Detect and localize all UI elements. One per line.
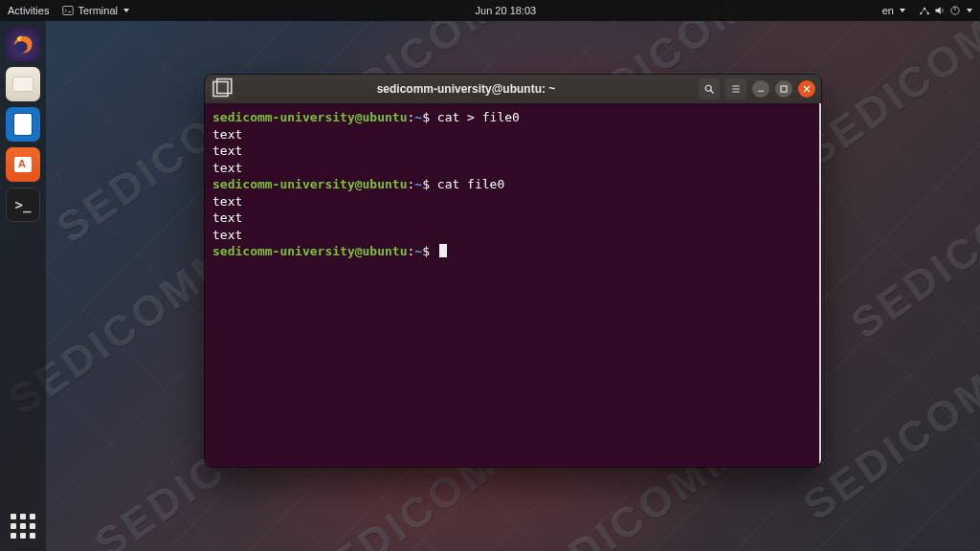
chevron-down-icon: [900, 9, 905, 12]
new-tab-icon: [211, 77, 234, 100]
cursor: [439, 244, 447, 257]
terminal-line: sedicomm-university@ubuntu:~$ cat > file…: [212, 109, 813, 126]
system-status-area[interactable]: [919, 5, 972, 16]
terminal-window: sedicomm-university@ubuntu: ~ sedicomm-u…: [205, 75, 821, 467]
activities-button[interactable]: Activities: [8, 5, 49, 16]
terminal-line: sedicomm-university@ubuntu:~$ cat file0: [212, 176, 813, 193]
close-icon: [801, 83, 813, 95]
close-button[interactable]: [798, 80, 815, 98]
shopping-bag-icon: [14, 157, 32, 172]
svg-point-9: [705, 85, 711, 91]
minimize-icon: [755, 83, 767, 95]
terminal-icon: [62, 5, 74, 16]
terminal-line: sedicomm-university@ubuntu:~$: [212, 243, 813, 260]
files-icon: [12, 77, 33, 92]
terminal-line: text: [212, 227, 813, 244]
power-icon: [949, 5, 961, 16]
menu-button[interactable]: [725, 78, 746, 99]
dock-item-files[interactable]: [6, 67, 40, 101]
app-menu-label: Terminal: [78, 5, 118, 16]
dock: >_: [0, 21, 46, 551]
volume-icon: [934, 5, 946, 16]
new-tab-button[interactable]: [211, 78, 234, 99]
terminal-line: text: [212, 193, 813, 210]
network-icon: [919, 5, 930, 16]
app-menu[interactable]: Terminal: [62, 5, 129, 16]
chevron-down-icon: [967, 9, 972, 12]
titlebar[interactable]: sedicomm-university@ubuntu: ~: [205, 75, 821, 103]
hamburger-icon: [730, 83, 742, 95]
chevron-down-icon: [123, 9, 129, 12]
panel-clock[interactable]: Jun 20 18:03: [476, 5, 537, 16]
document-icon: [14, 114, 32, 135]
svg-rect-15: [781, 86, 787, 92]
minimize-button[interactable]: [752, 80, 769, 98]
show-applications-button[interactable]: [6, 509, 40, 543]
terminal-line: text: [212, 126, 813, 143]
maximize-icon: [778, 83, 790, 95]
dock-item-terminal[interactable]: >_: [6, 187, 40, 222]
input-source[interactable]: en: [882, 5, 905, 16]
terminal-line: text: [212, 160, 813, 177]
dock-item-writer[interactable]: [6, 107, 40, 142]
scrollbar[interactable]: [819, 103, 821, 467]
terminal-line: text: [212, 143, 813, 160]
search-button[interactable]: [699, 78, 720, 99]
svg-rect-0: [63, 7, 74, 15]
dock-item-software[interactable]: [6, 147, 40, 182]
firefox-icon: [10, 31, 36, 57]
top-panel: Activities Terminal Jun 20 18:03 en: [0, 0, 980, 21]
input-source-label: en: [882, 5, 894, 16]
svg-line-10: [711, 91, 714, 94]
terminal-line: text: [212, 209, 813, 227]
maximize-button[interactable]: [775, 80, 792, 98]
dock-item-firefox[interactable]: [6, 27, 40, 61]
search-icon: [703, 83, 715, 95]
terminal-viewport[interactable]: sedicomm-university@ubuntu:~$ cat > file…: [205, 103, 821, 467]
window-title: sedicomm-university@ubuntu: ~: [239, 82, 693, 96]
terminal-icon: >_: [15, 198, 32, 211]
